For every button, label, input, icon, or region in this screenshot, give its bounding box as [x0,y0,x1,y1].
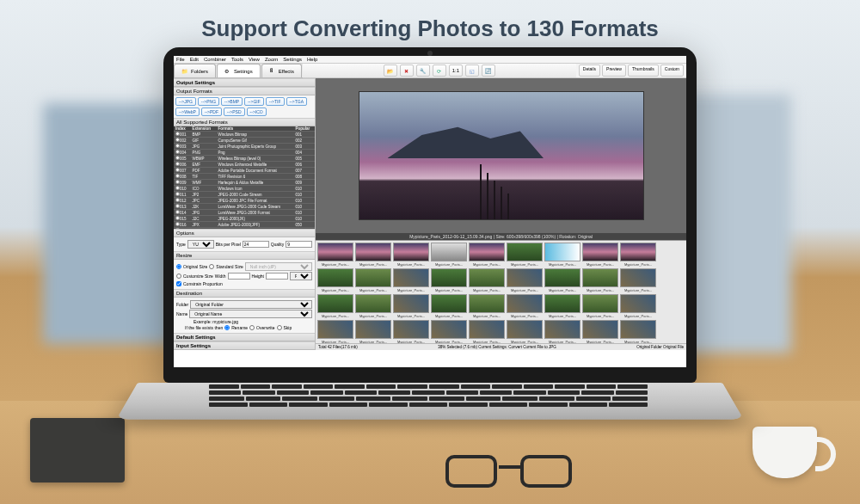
table-row[interactable]: 012JPCJPEG-2000 JPC File Format010 [174,198,315,204]
fmt-quick-button[interactable]: -->TGA [286,97,308,106]
view-thumbnails[interactable]: Thumbnails [628,65,659,77]
tool-rotate[interactable]: ⟳ [433,65,446,77]
row-check[interactable] [175,186,180,190]
bpp-input[interactable] [243,241,269,248]
resize-original-radio[interactable] [176,264,181,269]
row-check[interactable] [175,144,180,148]
fmt-quick-button[interactable]: -->PDF [201,108,222,116]
thumbnail[interactable]: Mypicture_Paris... [582,243,618,267]
resize-custom-radio[interactable] [176,274,181,279]
thumbnail[interactable]: Mypicture_Paris... [544,243,580,267]
row-check[interactable] [175,204,180,208]
menu-edit[interactable]: Edit [190,57,199,62]
exists-rename-radio[interactable] [224,325,230,330]
thumbnail[interactable]: Mypicture_Paris... [317,243,353,267]
menu-zoom[interactable]: Zoom [265,57,278,62]
fmt-quick-button[interactable]: -->BMP [221,97,243,106]
row-check[interactable] [175,222,180,226]
thumbnail[interactable]: Mypicture_Paris... [431,243,467,267]
thumbnail[interactable]: Mypicture_Paris... [507,243,543,267]
resize-standard-select[interactable]: Null inch (dP) [245,262,312,271]
table-row[interactable]: 014JPGLuraWave JPEG-2000 Format010 [174,210,315,216]
tab-settings[interactable]: ⚙ Settings [217,64,261,77]
menu-view[interactable]: View [249,57,260,62]
table-row[interactable]: 006EMFWindows Enhanced Metafile006 [174,162,315,168]
view-details[interactable]: Details [579,65,600,77]
row-check[interactable] [175,132,180,136]
thumbnail[interactable]: Mypicture_Paris... [507,268,543,292]
thumbnail[interactable]: Mypicture_Paris... [393,268,429,292]
table-row[interactable]: 002GIFCompuServe Gif002 [174,138,315,144]
table-row[interactable]: 003JPGJoint Photographic Experts Group00… [174,144,315,150]
tool-convert[interactable]: 🔄 [482,65,495,77]
thumbnail[interactable]: Mypicture_Paris... [544,294,580,318]
thumbnail[interactable]: Mypicture_Paris... [431,268,467,292]
thumbnail[interactable]: Mypicture_Paris... [620,320,656,343]
thumbnail[interactable]: Mypicture_Paris... [355,243,391,267]
table-row[interactable]: 015J2CJPEG-2000(JK)010 [174,216,315,222]
width-input[interactable] [228,273,250,280]
menu-help[interactable]: Help [307,57,317,62]
thumbnail[interactable]: Mypicture_Paris... [469,268,505,292]
table-row[interactable]: 008TIFTIFF Revision 6008 [174,174,315,180]
menu-combiner[interactable]: Combiner [204,57,226,62]
table-row[interactable]: 009WMFHarlequin & Aldus Metafile009 [174,180,315,186]
resize-standard-radio[interactable] [209,264,214,269]
tool-1to1[interactable]: 1:1 [449,65,463,77]
row-check[interactable] [175,174,180,178]
thumbnail[interactable]: Mypicture_Paris... [469,320,505,343]
row-check[interactable] [175,162,180,166]
thumbnail[interactable]: Mypicture_Paris... [507,320,543,343]
row-check[interactable] [175,180,180,184]
menu-tools[interactable]: Tools [231,57,243,62]
folder-select[interactable]: Original Folder [190,300,312,309]
unit-select[interactable]: Pixel [290,272,312,280]
thumbnail[interactable]: Mypicture_Paris... [544,320,580,343]
formats-table[interactable]: IndexExtensionFormatsPopular001BMPWindow… [174,126,315,229]
table-row[interactable]: 010ICOWindows Icon010 [174,186,315,192]
thumbnail[interactable]: Mypicture_Paris... [393,320,429,343]
thumbnail[interactable]: Mypicture_Paris... [431,320,467,343]
table-row[interactable]: 005WBMPWireless Bitmap (level 0)005 [174,156,315,162]
tab-folders[interactable]: 📁 Folders [174,64,216,77]
thumbnail[interactable]: Mypicture_Paris... [355,320,391,343]
row-check[interactable] [175,216,180,220]
thumbnail[interactable]: Mypicture_Paris... [507,294,543,318]
preview-image-container[interactable] [316,78,686,233]
fmt-quick-button[interactable]: -->ICO [247,108,267,116]
thumbnail[interactable]: Mypicture_Paris... [582,320,618,343]
row-check[interactable] [175,150,180,154]
table-row[interactable]: 001BMPWindows Bitmap001 [174,132,315,138]
thumbnail[interactable]: Mypicture_Paris... [317,268,353,292]
tool-info[interactable]: 🔧 [416,65,430,77]
table-row[interactable]: 007PDFAdobe Portable Document Format007 [174,168,315,174]
thumbnail[interactable]: Mypicture_Paris... [469,243,505,267]
fmt-quick-button[interactable]: -->WebP [175,108,200,116]
height-input[interactable] [266,273,288,280]
fmt-quick-button[interactable]: -->TIF [266,97,285,106]
table-row[interactable]: 011JP2JPEG-2000 Code Stream010 [174,192,315,198]
thumbnail[interactable]: Mypicture_Paris... [317,320,353,343]
tool-fit[interactable]: ◱ [465,65,479,77]
fmt-quick-button[interactable]: -->JPG [175,97,196,106]
row-check[interactable] [175,138,180,142]
thumbnail[interactable]: Mypicture_Paris... [620,268,656,292]
tab-effects[interactable]: 🎚 Effects [261,64,302,77]
menu-file[interactable]: File [176,57,185,62]
thumbnail[interactable]: Mypicture_Paris... [355,294,391,318]
view-preview[interactable]: Preview [602,65,626,77]
fmt-quick-button[interactable]: -->PNG [198,97,219,106]
fmt-quick-button[interactable]: -->GIF [244,97,264,106]
thumbnail[interactable]: Mypicture_Paris... [544,268,580,292]
row-check[interactable] [175,210,180,214]
thumbnail[interactable]: Mypicture_Paris... [582,268,618,292]
thumbnail[interactable]: Mypicture_Paris... [620,243,656,267]
table-row[interactable]: 004PNGPng004 [174,150,315,156]
constrain-check[interactable] [176,281,181,286]
menu-settings[interactable]: Settings [283,57,302,62]
quality-input[interactable] [286,241,312,248]
thumbnail-grid[interactable]: Mypicture_Paris...Mypicture_Paris...Mypi… [316,240,686,343]
row-check[interactable] [175,192,180,196]
exists-overwrite-radio[interactable] [249,325,255,330]
view-custom[interactable]: Custom [660,65,684,77]
